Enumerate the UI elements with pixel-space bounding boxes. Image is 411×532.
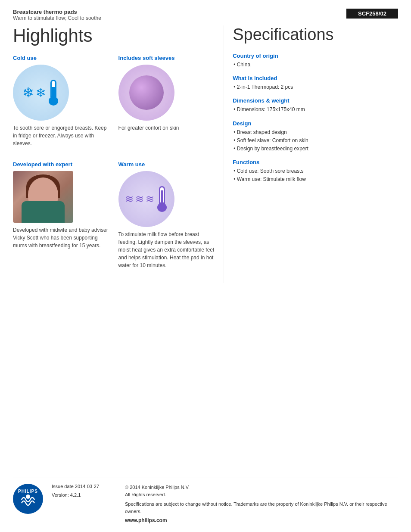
logo-text: PHILIPS <box>18 489 38 494</box>
warm-use-label: Warm use <box>118 161 215 168</box>
specifications-title: Specifications <box>233 25 398 44</box>
expert-label: Developed with expert <box>13 161 110 168</box>
sleeves-image <box>118 65 174 121</box>
expert-description: Developed with midwife and baby adviser … <box>13 226 110 249</box>
thermo-body-cold <box>50 80 56 97</box>
thermo-fill-cold <box>52 87 55 96</box>
cold-use-image: ❄ ❄ <box>13 65 69 121</box>
warm-use-image: ≋ ≋ ≋ <box>118 171 174 227</box>
highlights-column: Highlights Cold use ❄ ❄ <box>13 25 224 283</box>
expert-section: Developed with expert Developed with mid… <box>13 161 110 274</box>
dimensions-label: Dimensions & weight <box>233 97 398 104</box>
country-origin-label: Country of origin <box>233 53 398 59</box>
website-url: www.philips.com <box>125 517 398 523</box>
snowflake2-icon: ❄ <box>36 86 46 100</box>
warm-icon-group: ≋ ≋ ≋ <box>125 171 168 227</box>
highlights-bottom-row: Developed with expert Developed with mid… <box>13 161 215 283</box>
main-content: Highlights Cold use ❄ ❄ <box>13 25 398 283</box>
snowflake-icon: ❄ <box>22 84 34 101</box>
product-title-block: Breastcare thermo pads Warm to stimulate… <box>13 9 346 21</box>
warm-use-description: To stimulate milk flow before breast fee… <box>118 230 215 269</box>
version: Version: 4.2.1 <box>52 492 112 498</box>
cold-use-description: To sooth sore or engorged breasts. Keep … <box>13 124 110 147</box>
warm-use-section: Warm use ≋ ≋ ≋ <box>118 161 215 274</box>
issue-date: Issue date 2014-03-27 <box>52 484 112 489</box>
country-origin-value: China <box>233 61 398 69</box>
design-label: Design <box>233 120 398 127</box>
sleeves-label: Includes soft sleeves <box>118 55 215 61</box>
functions-item-2: Warm use: Stimulate milk flow <box>233 175 398 184</box>
svg-point-0 <box>26 495 30 499</box>
what-included-label: What is included <box>233 75 398 81</box>
cold-use-label: Cold use <box>13 55 110 61</box>
footer-meta: Issue date 2014-03-27 Version: 4.2.1 © 2… <box>52 484 398 523</box>
sleeve-ball-icon <box>129 75 164 110</box>
heat-wave2-icon: ≋ <box>135 193 144 205</box>
thermo-bulb-warm <box>157 203 167 212</box>
thermometer-warm-icon <box>156 186 168 212</box>
thermo-bulb-cold <box>49 96 58 106</box>
design-item-1: Breast shaped design <box>233 128 398 137</box>
functions-item-1: Cold use: Sooth sore breasts <box>233 167 398 175</box>
expert-image <box>13 171 73 223</box>
page-header: Breastcare thermo pads Warm to stimulate… <box>13 9 398 21</box>
page: Breastcare thermo pads Warm to stimulate… <box>0 0 411 532</box>
copyright-text: © 2014 Koninklijke Philips N.V. All Righ… <box>125 484 398 498</box>
heat-wave3-icon: ≋ <box>146 193 154 205</box>
footer: PHILIPS Issue date 2014-03-27 Version: 4… <box>13 477 398 523</box>
sku-badge: SCF258/02 <box>346 9 398 19</box>
design-item-2: Soft feel slave: Comfort on skin <box>233 137 398 145</box>
heat-lines-icon: ≋ ≋ ≋ <box>125 193 154 205</box>
cold-icon-group: ❄ ❄ <box>22 65 59 121</box>
legal-text: Specifications are subject to change wit… <box>125 501 398 515</box>
footer-dates: Issue date 2014-03-27 Version: 4.2.1 <box>52 484 112 523</box>
product-name: Breastcare thermo pads <box>13 9 346 15</box>
philips-logo: PHILIPS <box>13 484 43 514</box>
design-item-3: Design by breastfeeding expert <box>233 145 398 153</box>
logo-inner: PHILIPS <box>18 489 38 509</box>
heat-wave1-icon: ≋ <box>125 193 134 205</box>
specifications-column: Specifications Country of origin China W… <box>224 25 398 283</box>
dimensions-value: Dimensions: 175x175x40 mm <box>233 106 398 114</box>
functions-label: Functions <box>233 159 398 165</box>
thermo-fill-warm <box>161 190 163 202</box>
footer-legal: © 2014 Koninklijke Philips N.V. All Righ… <box>125 484 398 523</box>
thermo-body-warm <box>159 186 165 204</box>
sleeves-description: For greater confort on skin <box>118 124 215 132</box>
cold-use-section: Cold use ❄ ❄ T <box>13 55 110 152</box>
expert-body <box>22 201 65 223</box>
what-included-value: 2-in-1 Thermopad: 2 pcs <box>233 83 398 91</box>
sleeves-section: Includes soft sleeves For greater confor… <box>118 55 215 152</box>
highlights-title: Highlights <box>13 25 215 46</box>
highlights-top-row: Cold use ❄ ❄ T <box>13 55 215 161</box>
product-subtitle: Warm to stimulate flow; Cool to soothe <box>13 15 346 21</box>
logo-waves-icon <box>19 495 37 509</box>
thermometer-cold-icon <box>47 80 59 106</box>
